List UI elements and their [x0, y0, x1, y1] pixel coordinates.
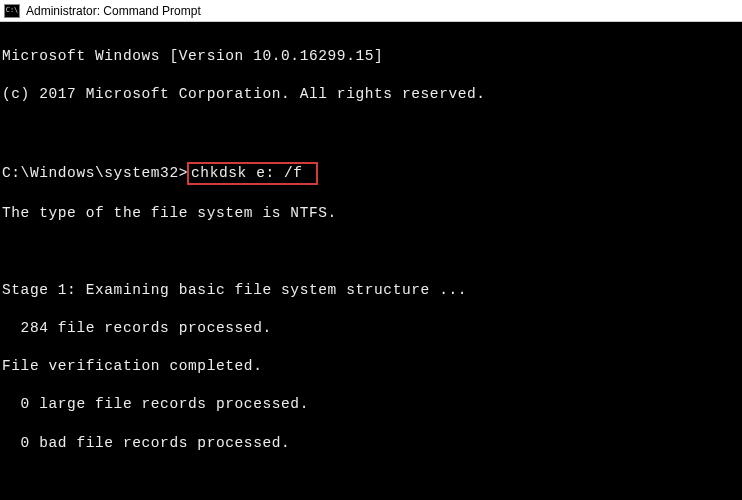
blank-line [2, 124, 740, 143]
command-highlight: chkdsk e: /f [187, 162, 318, 185]
output-line: 0 bad file records processed. [2, 434, 740, 453]
window-title: Administrator: Command Prompt [26, 4, 201, 18]
cmd-icon: C:\ [4, 4, 20, 18]
output-line: 0 large file records processed. [2, 395, 740, 414]
blank-line [2, 242, 740, 261]
output-line: Stage 1: Examining basic file system str… [2, 281, 740, 300]
output-line: File verification completed. [2, 357, 740, 376]
prompt-line: C:\Windows\system32>chkdsk e: /f [2, 162, 740, 185]
prompt-path: C:\Windows\system32> [2, 165, 188, 181]
output-line: Microsoft Windows [Version 10.0.16299.15… [2, 47, 740, 66]
output-line: (c) 2017 Microsoft Corporation. All righ… [2, 85, 740, 104]
command-text: chkdsk e: /f [191, 165, 312, 181]
output-line: The type of the file system is NTFS. [2, 204, 740, 223]
window-titlebar[interactable]: C:\ Administrator: Command Prompt [0, 0, 742, 22]
blank-line [2, 472, 740, 491]
terminal-output[interactable]: Microsoft Windows [Version 10.0.16299.15… [0, 22, 742, 500]
output-line: 284 file records processed. [2, 319, 740, 338]
